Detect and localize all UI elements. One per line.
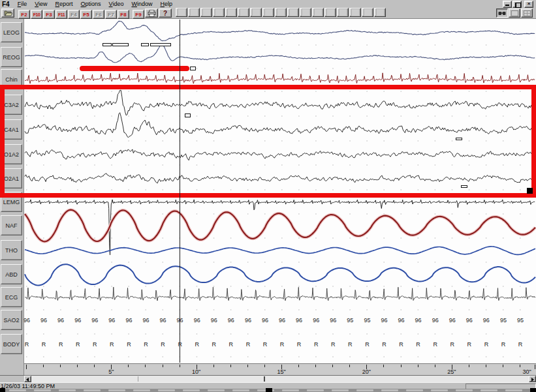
toolbar-blank-button[interactable] bbox=[200, 8, 212, 17]
axis-tick bbox=[247, 365, 248, 367]
fkey-f11-button[interactable]: F11 bbox=[55, 10, 67, 19]
grid-view-button[interactable] bbox=[521, 8, 533, 18]
right-arrow-icon bbox=[531, 378, 534, 382]
taskbar-dash bbox=[505, 389, 522, 391]
taskbar-dash bbox=[332, 389, 349, 391]
menu-items: FileViewReportOptionsVideoWindowHelp bbox=[14, 1, 176, 7]
epoch-cursor-line[interactable] bbox=[180, 20, 180, 363]
print-button[interactable] bbox=[145, 8, 158, 18]
sao2-value: 96 bbox=[160, 317, 166, 324]
scrollbar-track[interactable] bbox=[24, 376, 536, 382]
sao2-value: 96 bbox=[40, 317, 47, 324]
toolbar-blank-button[interactable] bbox=[225, 8, 237, 17]
body-position-value: R bbox=[416, 341, 420, 348]
channel-label-leog[interactable]: LEOG bbox=[1, 22, 22, 42]
fkey-f5-button[interactable]: F5 bbox=[80, 10, 92, 19]
taskbar-dash bbox=[431, 389, 448, 391]
body-position-value: R bbox=[42, 341, 46, 348]
close-button[interactable]: × bbox=[524, 1, 533, 8]
video-view-button[interactable] bbox=[496, 8, 508, 18]
toolbar-blank-button[interactable] bbox=[238, 8, 249, 17]
selection-handle[interactable] bbox=[527, 188, 533, 194]
axis-tick bbox=[43, 365, 44, 367]
taskbar-dash bbox=[481, 389, 497, 391]
taskbar-dash bbox=[84, 389, 101, 391]
menu-file[interactable]: File bbox=[14, 1, 31, 7]
event-marker-box bbox=[112, 43, 129, 46]
toolbar-blank-button[interactable] bbox=[324, 8, 336, 17]
toolbar: F2F10F3F11F4F5F6F7F8F9 ? bbox=[0, 8, 536, 19]
scroll-left-button[interactable] bbox=[24, 376, 31, 382]
channel-label-ecg[interactable]: ECG bbox=[1, 287, 22, 307]
fkey-f9-button[interactable]: F9 bbox=[133, 10, 144, 19]
channel-label-reog[interactable]: REOG bbox=[1, 47, 22, 67]
sao2-value: 96 bbox=[24, 317, 30, 324]
channel-label-sao2[interactable]: SAO2 bbox=[1, 310, 22, 330]
event-marker-box bbox=[185, 113, 191, 117]
axis-tick bbox=[486, 365, 486, 367]
horizontal-scrollbar[interactable] bbox=[0, 375, 536, 382]
channel-label-naf[interactable]: NAF bbox=[1, 215, 22, 235]
toolbar-blank-button[interactable] bbox=[312, 8, 324, 17]
red-highlight-bar bbox=[80, 66, 189, 71]
channel-label-tho[interactable]: THO bbox=[1, 240, 22, 260]
axis-tick bbox=[264, 365, 265, 367]
restore-button[interactable] bbox=[512, 1, 522, 8]
menu-window[interactable]: Window bbox=[127, 1, 156, 7]
red-highlight-rectangle bbox=[0, 85, 536, 198]
body-position-value: R bbox=[263, 341, 268, 348]
taskbar-dash bbox=[356, 389, 373, 391]
channel-label-body[interactable]: BODY bbox=[1, 334, 22, 354]
sao2-value: 95 bbox=[364, 317, 370, 324]
toolbar-blank-button[interactable] bbox=[349, 8, 361, 17]
fkey-f10-button[interactable]: F10 bbox=[31, 10, 42, 19]
toolbar-blank-button[interactable] bbox=[287, 8, 299, 17]
fkey-f2-button[interactable]: F2 bbox=[18, 10, 30, 19]
taskbar-dash bbox=[34, 389, 51, 391]
toolbar-blank-button[interactable] bbox=[362, 8, 373, 17]
toolbar-blank-button[interactable] bbox=[213, 8, 225, 17]
blank-button-group bbox=[176, 7, 386, 19]
axis-tick bbox=[60, 365, 61, 367]
channel-label-abd[interactable]: ABD bbox=[1, 264, 22, 284]
menu-options[interactable]: Options bbox=[77, 1, 105, 7]
fkey-f8-button[interactable]: F8 bbox=[118, 10, 129, 19]
image-view-button[interactable] bbox=[509, 8, 520, 18]
body-position-value: R bbox=[501, 341, 506, 348]
menu-video[interactable]: Video bbox=[105, 1, 128, 7]
help-button[interactable]: ? bbox=[159, 8, 172, 18]
event-marker-box bbox=[456, 138, 462, 140]
open-file-button[interactable] bbox=[1, 8, 14, 18]
menu-help[interactable]: Help bbox=[156, 1, 176, 7]
menu-report[interactable]: Report bbox=[52, 1, 77, 7]
body-position-value: R bbox=[484, 341, 489, 348]
menu-view[interactable]: View bbox=[31, 1, 51, 7]
body-position-value: R bbox=[467, 341, 472, 348]
taskbar-dash bbox=[381, 389, 398, 391]
toolbar-blank-button[interactable] bbox=[176, 8, 187, 17]
sao2-value: 96 bbox=[449, 317, 456, 324]
axis-tick bbox=[145, 365, 146, 367]
toolbar-blank-button[interactable] bbox=[275, 8, 287, 17]
app-icon-label[interactable]: F4 bbox=[0, 1, 14, 8]
open-folder-icon bbox=[4, 10, 12, 16]
toolbar-blank-button[interactable] bbox=[374, 8, 386, 17]
fkey-f3-button[interactable]: F3 bbox=[43, 10, 55, 19]
fkey-f7-button[interactable]: F7 bbox=[105, 10, 117, 19]
toolbar-blank-button[interactable] bbox=[337, 8, 349, 17]
minimize-icon bbox=[505, 5, 509, 6]
toolbar-blank-button[interactable] bbox=[262, 8, 274, 17]
toolbar-blank-button[interactable] bbox=[250, 8, 262, 17]
sao2-value: 96 bbox=[398, 317, 405, 324]
toolbar-blank-button[interactable] bbox=[188, 8, 200, 17]
fkey-f4-button[interactable]: F4 bbox=[68, 10, 80, 19]
help-icon: ? bbox=[163, 10, 167, 17]
minimize-button[interactable] bbox=[503, 1, 512, 8]
taskbar-corner-mark bbox=[530, 388, 536, 392]
scroll-right-button[interactable] bbox=[529, 376, 536, 382]
toolbar-blank-button[interactable] bbox=[300, 8, 311, 17]
sao2-value: 96 bbox=[108, 317, 115, 324]
scrollbar-thumb[interactable] bbox=[264, 376, 265, 382]
body-position-value: R bbox=[331, 341, 336, 348]
fkey-f6-button[interactable]: F6 bbox=[93, 10, 104, 19]
